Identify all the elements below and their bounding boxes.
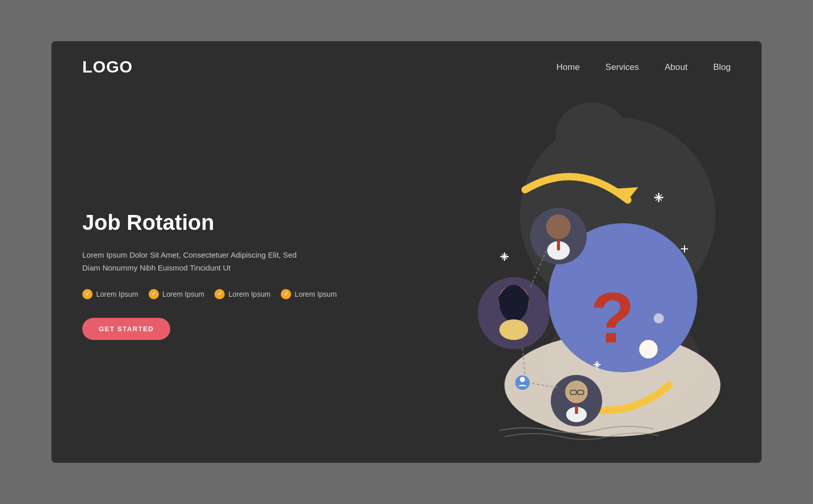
page-title: Job Rotation — [82, 210, 350, 236]
left-content: Job Rotation Lorem Ipsum Dolor Sit Amet,… — [82, 97, 350, 442]
nav-services[interactable]: Services — [605, 62, 639, 73]
check-icon-1 — [82, 289, 93, 299]
main-content: Job Rotation Lorem Ipsum Dolor Sit Amet,… — [51, 87, 762, 463]
check-label-1: Lorem Ipsum — [96, 290, 138, 298]
check-label-4: Lorem Ipsum — [295, 290, 337, 298]
svg-point-13 — [499, 319, 528, 340]
page-description: Lorem Ipsum Dolor Sit Amet, Consectetuer… — [82, 248, 309, 275]
check-label-2: Lorem Ipsum — [162, 290, 205, 298]
check-item-2: Lorem Ipsum — [149, 289, 205, 299]
svg-point-22 — [520, 377, 525, 382]
right-illustration: ? — [350, 97, 731, 442]
get-started-button[interactable]: GET STARTED — [82, 318, 170, 340]
check-icon-2 — [149, 289, 159, 299]
svg-point-8 — [546, 214, 571, 239]
svg-point-4 — [654, 313, 664, 323]
nav-blog[interactable]: Blog — [713, 62, 731, 73]
nav-home[interactable]: Home — [556, 62, 580, 73]
check-icon-4 — [281, 289, 291, 299]
svg-rect-10 — [557, 240, 560, 250]
checklist: Lorem Ipsum Lorem Ipsum Lorem Ipsum Lore… — [82, 289, 350, 299]
check-item-4: Lorem Ipsum — [281, 289, 337, 299]
check-item-1: Lorem Ipsum — [82, 289, 138, 299]
svg-point-3 — [639, 340, 658, 358]
navigation: Home Services About Blog — [556, 62, 731, 73]
check-icon-3 — [214, 289, 225, 299]
svg-text:?: ? — [590, 277, 635, 358]
logo: LOGO — [82, 58, 133, 77]
check-label-3: Lorem Ipsum — [228, 290, 270, 298]
page-wrapper: LOGO Home Services About Blog Job Rotati… — [51, 41, 762, 463]
nav-about[interactable]: About — [665, 62, 688, 73]
check-item-3: Lorem Ipsum — [214, 289, 270, 299]
svg-rect-20 — [575, 406, 578, 414]
header: LOGO Home Services About Blog — [51, 41, 762, 87]
illustration-svg: ? — [422, 97, 731, 447]
